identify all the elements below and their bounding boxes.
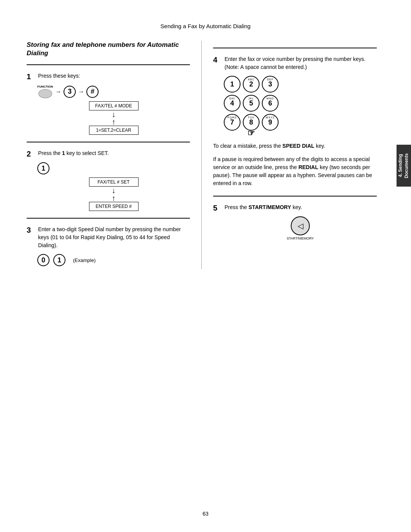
- step-4-row: 4 Enter the fax or voice number by press…: [213, 55, 377, 71]
- page-number: 63: [202, 511, 209, 517]
- down-arrow-1: ↓: [112, 110, 116, 118]
- kp-letters-2: ABC: [248, 78, 254, 81]
- box-enter-speed: ENTER SPEED #: [89, 202, 139, 211]
- step-2-number: 2: [27, 149, 35, 158]
- kp-letters-5: JKL: [248, 97, 254, 100]
- step-1-diagram: FUNCTION → 3 → #: [37, 85, 190, 98]
- arrows-pair-1: ↓ ↑: [112, 110, 116, 126]
- content-area: Storing fax and telephone numbers for Au…: [27, 41, 384, 269]
- left-column: Storing fax and telephone numbers for Au…: [27, 41, 202, 269]
- step-4-text: Enter the fax or voice number by pressin…: [225, 55, 377, 71]
- step-2-bold: 1: [62, 150, 65, 156]
- kp-letters-3: DEF: [267, 78, 274, 81]
- page: 4. Sending Documents Sending a Fax by Au…: [0, 0, 411, 532]
- up-arrow-1: ↑: [112, 118, 116, 126]
- step-2-key1-wrapper: 1: [37, 162, 190, 174]
- key-3-circle: 3: [64, 86, 76, 98]
- kp-key-5: JKL 5: [243, 95, 260, 112]
- clear-text-before: To clear a mistake, press the: [213, 143, 282, 149]
- example-label: (Example): [73, 257, 96, 263]
- down-arrow-2: ↓: [112, 187, 116, 194]
- box-set-clear: 1=SET,2=CLEAR: [89, 126, 139, 135]
- start-memory-key-shape: ◁: [291, 216, 310, 235]
- up-arrow-2: ↑: [112, 194, 116, 202]
- kp-key-3: DEF 3: [262, 76, 279, 93]
- step-1-box-flow: FAX/TEL # MODE ↓ ↑ 1=SET,2=CLEAR: [37, 101, 190, 135]
- header-text: Sending a Fax by Automatic Dialing: [161, 23, 251, 29]
- step-5-row: 5 Press the START/MEMORY key.: [213, 203, 377, 212]
- side-tab: 4. Sending Documents: [397, 145, 411, 187]
- step-2-text: Press the 1 key to select SET.: [38, 149, 109, 157]
- step-3-row: 3 Enter a two-digit Speed Dial number by…: [27, 225, 190, 249]
- divider-1: [27, 64, 190, 65]
- kp-letters-8: TUV: [248, 116, 255, 119]
- kp-key-6: MNO 6: [262, 95, 279, 112]
- start-memory-bold: START/MEMORY: [249, 204, 291, 210]
- step-3-text: Enter a two-digit Speed Dial number by p…: [38, 225, 190, 249]
- kp-num-7: 7: [230, 118, 234, 126]
- step-4-number: 4: [213, 55, 221, 64]
- key-hash-circle: #: [86, 86, 99, 98]
- keypad-grid: 1 ABC 2 DEF 3 GHI 4: [224, 76, 377, 131]
- step-1-row: 1 Press these keys:: [27, 72, 190, 81]
- kp-letters-9: WXYZ: [266, 116, 275, 119]
- kp-num-6: 6: [268, 99, 272, 107]
- key-1-example-circle: 1: [53, 254, 65, 266]
- section-title: Storing fax and telephone numbers for Au…: [27, 41, 190, 58]
- step-5-text: Press the START/MEMORY key.: [225, 203, 302, 211]
- step-3-number: 3: [27, 225, 35, 235]
- arrow-2: →: [78, 88, 84, 95]
- keypad-wrapper: 1 ABC 2 DEF 3 GHI 4: [224, 76, 377, 131]
- function-key: [38, 89, 52, 98]
- right-divider-2: [213, 196, 377, 197]
- side-tab-text: 4. Sending Documents: [398, 149, 409, 183]
- redial-bold: REDIAL: [298, 164, 318, 170]
- kp-key-1: 1: [224, 76, 241, 93]
- step-2-box-flow: FAX/TEL # SET ↓ ↑ ENTER SPEED #: [37, 177, 190, 211]
- kp-num-4: 4: [230, 99, 234, 107]
- page-header: Sending a Fax by Automatic Dialing: [0, 23, 411, 29]
- clear-mistake-text: To clear a mistake, press the SPEED DIAL…: [213, 142, 377, 150]
- function-label: FUNCTION: [37, 85, 53, 88]
- kp-num-3: 3: [268, 80, 272, 88]
- kp-num-5: 5: [249, 99, 253, 107]
- kp-letters-6: MNO: [266, 97, 274, 100]
- speed-dial-bold: SPEED DIAL: [282, 143, 314, 149]
- kp-key-7: PQRS 7: [224, 114, 241, 131]
- box-fax-tel-set: FAX/TEL # SET: [89, 177, 139, 187]
- kp-letters-7: PQRS: [228, 116, 237, 119]
- kp-letters-4: GHI: [229, 97, 235, 100]
- box-fax-tel-mode: FAX/TEL # MODE: [89, 101, 139, 110]
- kp-key-4: GHI 4: [224, 95, 241, 112]
- kp-num-9: 9: [268, 118, 272, 126]
- hand-pointer-icon: ☞: [247, 128, 255, 138]
- kp-num-1: 1: [230, 80, 234, 88]
- kp-key-8: TUV 8 ☞: [243, 114, 260, 131]
- key-0-circle: 0: [37, 254, 49, 266]
- kp-key-2: ABC 2: [243, 76, 260, 93]
- kp-num-8: 8: [249, 118, 253, 126]
- start-memory-label: START/MEMORY: [287, 236, 314, 240]
- right-column: 4 Enter the fax or voice number by press…: [202, 41, 377, 269]
- arrow-1: →: [55, 88, 61, 95]
- step-1-text: Press these keys:: [38, 72, 80, 80]
- pause-text: If a pause is required between any of th…: [213, 155, 377, 187]
- start-memory-icon: ◁: [298, 221, 303, 230]
- step-1-number: 1: [27, 72, 35, 81]
- start-memory-wrapper: ◁ START/MEMORY: [224, 216, 377, 240]
- divider-2: [27, 142, 190, 142]
- right-divider-1: [213, 48, 377, 48]
- step-2-row: 2 Press the 1 key to select SET.: [27, 149, 190, 158]
- step-5-number: 5: [213, 203, 221, 212]
- kp-num-2: 2: [249, 80, 253, 88]
- clear-text-end: key.: [314, 143, 325, 149]
- divider-3: [27, 218, 190, 219]
- kp-key-9: WXYZ 9: [262, 114, 279, 131]
- arrows-pair-2: ↓ ↑: [112, 187, 116, 202]
- key-1-circle: 1: [37, 162, 49, 174]
- step-3-keys: 0 1 (Example): [37, 254, 190, 266]
